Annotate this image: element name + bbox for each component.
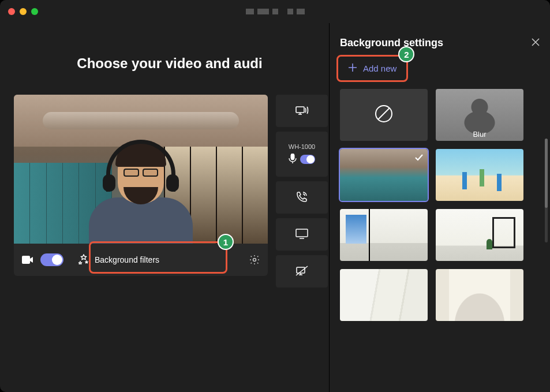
add-new-wrapper: Add new 2 — [340, 58, 405, 79]
room-audio-button[interactable] — [276, 218, 328, 251]
phone-icon — [296, 191, 308, 204]
settings-button[interactable] — [249, 255, 260, 265]
person-preview — [83, 117, 199, 244]
panel-header: Background settings — [340, 37, 540, 49]
video-preview-column: Background filters 1 — [14, 95, 268, 288]
background-blur[interactable]: Blur — [436, 89, 523, 141]
microphone-toggle[interactable] — [300, 155, 315, 164]
video-preview — [14, 95, 268, 244]
speaker-icon — [295, 104, 309, 118]
audio-device-name: WH-1000 — [289, 143, 315, 150]
svg-rect-2 — [291, 154, 294, 160]
computer-audio-button[interactable] — [276, 95, 328, 127]
no-audio-button[interactable] — [276, 255, 328, 288]
content: Choose your video and audi — [0, 23, 550, 392]
background-white-1[interactable] — [340, 269, 428, 321]
filters-icon — [78, 254, 89, 266]
background-settings-panel: Background settings Add new 2 — [329, 23, 550, 392]
speaker-off-icon — [295, 266, 308, 278]
none-icon — [374, 104, 394, 126]
traffic-lights — [8, 8, 38, 15]
callout-1: 1 — [89, 241, 227, 274]
camera-toggle[interactable] — [40, 253, 63, 266]
background-white-2[interactable] — [436, 269, 523, 321]
window-close-button[interactable] — [8, 8, 15, 15]
scrollbar-thumb[interactable] — [545, 139, 548, 208]
microphone-icon — [289, 154, 297, 166]
titlebar — [0, 0, 550, 23]
window-minimize-button[interactable] — [20, 8, 27, 15]
camera-icon — [22, 256, 33, 264]
callout-2: 2 — [336, 55, 408, 82]
monitor-icon — [295, 229, 308, 241]
page-title: Choose your video and audi — [14, 55, 325, 72]
panel-title: Background settings — [340, 37, 443, 49]
callout-badge-2: 2 — [398, 46, 414, 62]
audio-controls-column: WH-1000 — [276, 95, 328, 288]
background-office[interactable] — [340, 149, 428, 201]
background-grid: Blur — [340, 89, 540, 321]
svg-point-0 — [253, 259, 256, 262]
audio-device-selector[interactable]: WH-1000 — [276, 132, 328, 177]
phone-audio-button[interactable] — [276, 181, 328, 214]
svg-rect-1 — [296, 107, 304, 113]
svg-rect-3 — [296, 229, 308, 237]
video-area: Background filters 1 — [14, 95, 329, 288]
callout-badge-1: 1 — [218, 234, 234, 250]
background-none[interactable] — [340, 89, 428, 141]
preview-controls-bar: Background filters 1 — [14, 244, 268, 276]
app-window: Choose your video and audi — [0, 0, 550, 392]
title-placeholder — [246, 9, 305, 14]
close-panel-button[interactable] — [532, 38, 540, 48]
scrollbar[interactable] — [545, 139, 548, 242]
left-pane: Choose your video and audi — [0, 23, 329, 392]
blur-label: Blur — [473, 130, 486, 139]
background-room-1[interactable] — [340, 209, 428, 261]
background-room-2[interactable] — [436, 209, 523, 261]
window-maximize-button[interactable] — [31, 8, 38, 15]
check-icon — [414, 152, 424, 163]
background-beach[interactable] — [436, 149, 523, 201]
